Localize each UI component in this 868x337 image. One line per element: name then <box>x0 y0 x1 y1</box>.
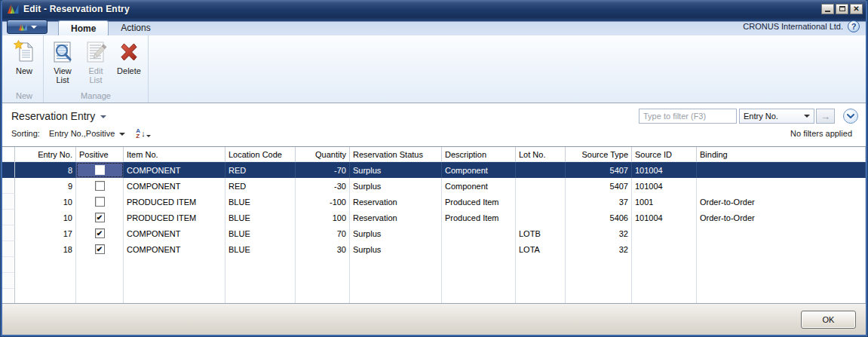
positive-checkbox[interactable] <box>95 197 105 207</box>
cell-reservation_status[interactable]: Surplus <box>350 162 442 178</box>
cell-positive[interactable]: ✔ <box>76 241 124 257</box>
sort-az-icon[interactable]: AZ ↓ <box>136 128 150 139</box>
cell-source_type[interactable]: 37 <box>566 194 632 210</box>
table-row[interactable]: 8COMPONENTRED-70SurplusComponent54071010… <box>2 162 866 178</box>
column-header-lot_no[interactable]: Lot No. <box>516 147 566 162</box>
column-header-description[interactable]: Description <box>442 147 516 162</box>
cell-binding[interactable]: Order-to-Order <box>697 194 866 210</box>
cell-source_id[interactable]: 1001 <box>632 194 697 210</box>
cell-source_type[interactable]: 32 <box>566 225 632 241</box>
table-row[interactable]: 18✔COMPONENTBLUE30SurplusLOTA32 <box>2 241 866 257</box>
minimize-button[interactable] <box>821 4 834 14</box>
column-header-location_code[interactable]: Location Code <box>225 147 296 162</box>
apply-filter-button[interactable]: → <box>816 109 835 124</box>
cell-source_type[interactable]: 5406 <box>566 210 632 225</box>
cell-positive[interactable]: ✔ <box>76 225 124 241</box>
filter-column-select[interactable]: Entry No. <box>739 109 814 124</box>
cell-item_no[interactable]: PRODUCED ITEM <box>124 210 225 225</box>
cell-quantity[interactable]: 100 <box>296 210 350 225</box>
column-header-quantity[interactable]: Quantity <box>296 147 350 162</box>
cell-positive[interactable] <box>76 178 124 194</box>
cell-positive[interactable] <box>76 194 124 210</box>
cell-description[interactable]: Produced Item <box>442 194 516 210</box>
cell-location_code[interactable]: BLUE <box>225 194 296 210</box>
cell-binding[interactable] <box>697 162 866 178</box>
cell-description[interactable]: Produced Item <box>442 210 516 225</box>
cell-entry_no[interactable]: 18 <box>15 241 76 257</box>
cell-quantity[interactable]: -70 <box>296 162 350 178</box>
cell-lot_no[interactable] <box>516 194 566 210</box>
column-header-positive[interactable]: Positive <box>76 147 124 162</box>
cell-binding[interactable]: Order-to-Order <box>697 210 866 225</box>
row-selector[interactable] <box>2 178 15 194</box>
cell-quantity[interactable]: -100 <box>296 194 350 210</box>
cell-reservation_status[interactable]: Reservation <box>350 194 442 210</box>
row-selector[interactable] <box>2 194 15 210</box>
filter-input[interactable] <box>639 109 737 124</box>
cell-quantity[interactable]: 30 <box>296 241 350 257</box>
cell-entry_no[interactable]: 9 <box>15 178 76 194</box>
maximize-button[interactable] <box>836 4 848 14</box>
cell-reservation_status[interactable]: Surplus <box>350 241 442 257</box>
table-row[interactable]: 10PRODUCED ITEMBLUE-100ReservationProduc… <box>2 194 866 210</box>
table-row[interactable]: 9COMPONENTRED-30SurplusComponent54071010… <box>2 178 866 194</box>
ok-button[interactable]: OK <box>801 311 856 329</box>
cell-source_type[interactable]: 32 <box>566 241 632 257</box>
cell-lot_no[interactable] <box>516 210 566 225</box>
cell-quantity[interactable]: -30 <box>296 178 350 194</box>
positive-checkbox[interactable]: ✔ <box>95 228 105 238</box>
new-button[interactable]: New <box>8 38 41 76</box>
table-row[interactable]: 10✔PRODUCED ITEMBLUE100ReservationProduc… <box>2 210 866 225</box>
cell-description[interactable]: Component <box>442 162 516 178</box>
row-selector[interactable] <box>2 225 15 241</box>
cell-item_no[interactable]: COMPONENT <box>124 162 225 178</box>
sorting-value[interactable]: Entry No.,Positive <box>49 129 115 138</box>
cell-binding[interactable] <box>697 178 866 194</box>
cell-source_id[interactable]: 101004 <box>632 210 697 225</box>
cell-item_no[interactable]: COMPONENT <box>124 178 225 194</box>
cell-quantity[interactable]: 70 <box>296 225 350 241</box>
view-list-button[interactable]: View List <box>46 38 79 85</box>
column-header-binding[interactable]: Binding <box>697 147 866 162</box>
cell-reservation_status[interactable]: Surplus <box>350 225 442 241</box>
cell-reservation_status[interactable]: Reservation <box>350 210 442 225</box>
cell-location_code[interactable]: RED <box>225 162 296 178</box>
tab-home[interactable]: Home <box>58 20 109 35</box>
cell-positive[interactable]: ✔ <box>76 210 124 225</box>
cell-lot_no[interactable]: LOTB <box>516 225 566 241</box>
cell-lot_no[interactable]: LOTA <box>516 241 566 257</box>
cell-lot_no[interactable] <box>516 162 566 178</box>
cell-item_no[interactable]: COMPONENT <box>124 241 225 257</box>
edit-list-button[interactable]: Edit List <box>79 38 112 85</box>
row-selector[interactable] <box>2 210 15 225</box>
positive-checkbox[interactable]: ✔ <box>95 244 105 254</box>
cell-source_type[interactable]: 5407 <box>566 162 632 178</box>
positive-checkbox[interactable] <box>95 165 105 175</box>
row-selector[interactable] <box>2 241 15 257</box>
cell-binding[interactable] <box>697 225 866 241</box>
cell-source_id[interactable]: 101004 <box>632 178 697 194</box>
cell-location_code[interactable]: RED <box>225 178 296 194</box>
positive-checkbox[interactable]: ✔ <box>95 213 105 222</box>
cell-lot_no[interactable] <box>516 178 566 194</box>
column-header-entry_no[interactable]: Entry No. <box>15 147 76 162</box>
cell-item_no[interactable]: PRODUCED ITEM <box>124 194 225 210</box>
cell-source_id[interactable] <box>632 241 697 257</box>
chevron-down-icon[interactable] <box>100 115 106 118</box>
cell-item_no[interactable]: COMPONENT <box>124 225 225 241</box>
delete-button[interactable]: Delete <box>112 38 146 76</box>
application-menu-button[interactable] <box>7 20 48 34</box>
cell-positive[interactable] <box>76 162 124 178</box>
cell-entry_no[interactable]: 17 <box>15 225 76 241</box>
cell-source_id[interactable]: 101004 <box>632 162 697 178</box>
positive-checkbox[interactable] <box>95 181 105 191</box>
cell-location_code[interactable]: BLUE <box>225 241 296 257</box>
expand-filter-pane-button[interactable] <box>843 109 858 124</box>
tab-actions[interactable]: Actions <box>109 20 162 35</box>
cell-source_id[interactable] <box>632 225 697 241</box>
column-header-reservation_status[interactable]: Reservation Status <box>350 147 442 162</box>
page-title[interactable]: Reservation Entry <box>11 110 95 122</box>
row-selector[interactable] <box>2 162 15 178</box>
cell-description[interactable] <box>442 241 516 257</box>
column-header-source_id[interactable]: Source ID <box>632 147 697 162</box>
